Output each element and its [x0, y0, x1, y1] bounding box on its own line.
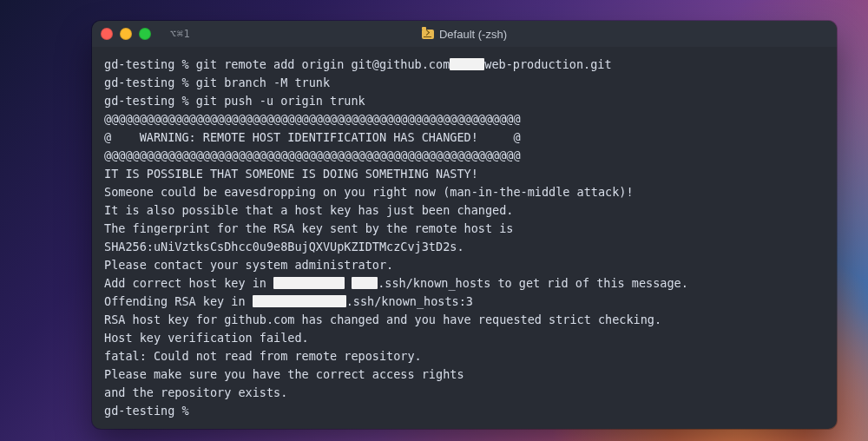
terminal-text: The fingerprint for the RSA key sent by … — [104, 221, 513, 235]
minimize-button[interactable] — [120, 28, 132, 40]
terminal-line: It is also possible that a host key has … — [104, 201, 825, 220]
terminal-text: Add correct host key in — [104, 276, 273, 290]
terminal-text: Please make sure you have the correct ac… — [104, 367, 464, 381]
terminal-text: Offending RSA key in — [104, 294, 253, 308]
terminal-output[interactable]: gd-testing % git remote add origin git@g… — [92, 47, 837, 429]
zoom-button[interactable] — [139, 28, 151, 40]
terminal-text: and the repository exists. — [104, 385, 287, 399]
terminal-text: gd-testing % git branch -M trunk — [104, 76, 330, 89]
terminal-line: @ WARNING: REMOTE HOST IDENTIFICATION HA… — [104, 128, 825, 147]
terminal-text: IT IS POSSIBLE THAT SOMEONE IS DOING SOM… — [104, 167, 478, 181]
redacted-segment — [352, 277, 378, 289]
desktop-background: ⌥⌘1 Default (-zsh) gd-testing % git remo… — [0, 0, 868, 441]
terminal-text: fatal: Could not read from remote reposi… — [104, 349, 422, 363]
redacted-segment — [253, 295, 346, 307]
terminal-line: Please contact your system administrator… — [104, 256, 825, 274]
terminal-line: gd-testing % git branch -M trunk — [104, 74, 825, 92]
window-title: Default (-zsh) — [422, 28, 507, 41]
terminal-line: IT IS POSSIBLE THAT SOMEONE IS DOING SOM… — [104, 165, 825, 183]
window-titlebar[interactable]: ⌥⌘1 Default (-zsh) — [92, 21, 837, 47]
terminal-line: gd-testing % — [104, 402, 825, 420]
terminal-text — [345, 276, 352, 290]
terminal-line: Offending RSA key in .ssh/known_hosts:3 — [104, 293, 825, 311]
tab-shortcut-hint: ⌥⌘1 — [170, 28, 190, 40]
terminal-text: gd-testing % — [104, 404, 196, 418]
terminal-text: .ssh/known_hosts:3 — [346, 294, 473, 308]
terminal-line: and the repository exists. — [104, 384, 825, 402]
terminal-text: @@@@@@@@@@@@@@@@@@@@@@@@@@@@@@@@@@@@@@@@… — [104, 148, 521, 162]
terminal-line: SHA256:uNiVztksCsDhcc0u9e8BujQXVUpKZIDTM… — [104, 238, 825, 256]
terminal-text: web-production.git — [484, 57, 611, 71]
terminal-line: fatal: Could not read from remote reposi… — [104, 347, 825, 365]
terminal-text: Someone could be eavesdropping on you ri… — [104, 185, 634, 199]
window-controls — [101, 28, 151, 40]
terminal-text: It is also possible that a host key has … — [104, 203, 513, 217]
terminal-text: Host key verification failed. — [104, 331, 309, 345]
redacted-segment — [450, 58, 484, 70]
terminal-text: @@@@@@@@@@@@@@@@@@@@@@@@@@@@@@@@@@@@@@@@… — [104, 112, 521, 126]
terminal-line: gd-testing % git push -u origin trunk — [104, 92, 825, 110]
terminal-text: gd-testing % git remote add origin git@g… — [104, 57, 450, 71]
redacted-segment — [273, 277, 345, 289]
close-button[interactable] — [101, 28, 113, 40]
terminal-text: gd-testing % git push -u origin trunk — [104, 94, 365, 108]
terminal-text: SHA256:uNiVztksCsDhcc0u9e8BujQXVUpKZIDTM… — [104, 240, 464, 253]
terminal-line: @@@@@@@@@@@@@@@@@@@@@@@@@@@@@@@@@@@@@@@@… — [104, 110, 825, 128]
window-title-text: Default (-zsh) — [439, 28, 507, 41]
terminal-text: Please contact your system administrator… — [104, 258, 393, 272]
terminal-line: The fingerprint for the RSA key sent by … — [104, 220, 825, 238]
terminal-line: Please make sure you have the correct ac… — [104, 365, 825, 384]
terminal-line: Add correct host key in .ssh/known_hosts… — [104, 274, 825, 293]
terminal-line: RSA host key for github.com has changed … — [104, 311, 825, 329]
folder-prompt-icon — [422, 30, 434, 39]
terminal-text: @ WARNING: REMOTE HOST IDENTIFICATION HA… — [104, 130, 521, 144]
terminal-line: gd-testing % git remote add origin git@g… — [104, 56, 825, 74]
terminal-line: Someone could be eavesdropping on you ri… — [104, 183, 825, 201]
terminal-window[interactable]: ⌥⌘1 Default (-zsh) gd-testing % git remo… — [92, 21, 837, 429]
terminal-line: Host key verification failed. — [104, 329, 825, 347]
terminal-line: @@@@@@@@@@@@@@@@@@@@@@@@@@@@@@@@@@@@@@@@… — [104, 147, 825, 165]
terminal-text: .ssh/known_hosts to get rid of this mess… — [378, 276, 688, 290]
terminal-text: RSA host key for github.com has changed … — [104, 313, 661, 326]
